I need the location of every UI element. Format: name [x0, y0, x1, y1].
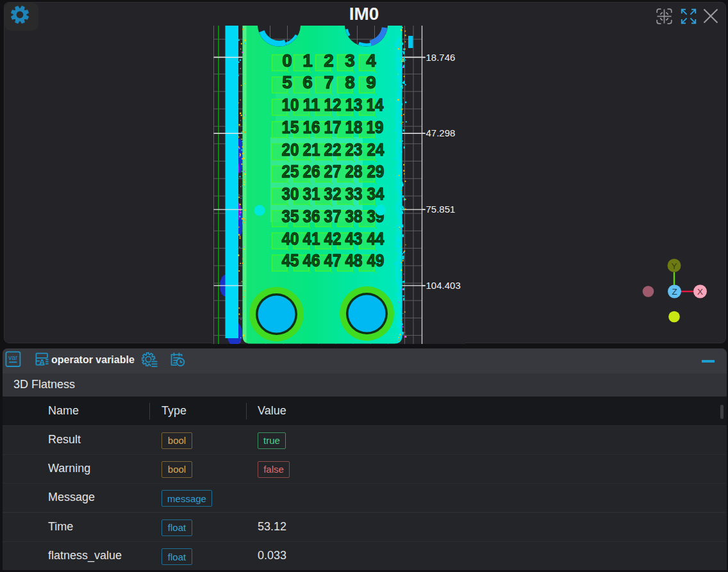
svg-text:8: 8	[345, 72, 355, 92]
svg-text:A: A	[39, 357, 46, 367]
svg-text:13: 13	[345, 95, 363, 115]
svg-text:22: 22	[324, 140, 342, 159]
svg-text:42: 42	[324, 229, 342, 249]
svg-text:1: 1	[302, 51, 313, 70]
svg-text:10: 10	[282, 95, 299, 115]
svg-text:0: 0	[282, 51, 292, 70]
svg-text:18.746: 18.746	[426, 52, 456, 63]
svg-text:11: 11	[303, 95, 320, 115]
svg-text:28: 28	[345, 161, 363, 181]
svg-text:49: 49	[367, 250, 385, 270]
svg-text:24: 24	[367, 140, 385, 159]
svg-text:37: 37	[324, 206, 342, 226]
svg-text:29: 29	[367, 161, 385, 181]
svg-text:48: 48	[345, 250, 363, 270]
svg-text:19: 19	[367, 117, 384, 137]
svg-text:21: 21	[303, 140, 320, 159]
svg-text:18: 18	[345, 117, 363, 137]
svg-text:25: 25	[282, 161, 299, 181]
svg-text:4: 4	[366, 51, 376, 70]
svg-text:41: 41	[303, 229, 320, 249]
svg-text:Y: Y	[671, 261, 677, 271]
svg-text:38: 38	[345, 206, 363, 226]
svg-text:14: 14	[367, 95, 384, 115]
svg-text:var: var	[8, 354, 18, 361]
svg-text:43: 43	[345, 229, 363, 249]
svg-text:Z: Z	[672, 287, 677, 297]
svg-text:12: 12	[324, 95, 342, 115]
svg-text:X: X	[697, 287, 703, 297]
svg-text:2: 2	[324, 51, 334, 70]
svg-text:40: 40	[282, 229, 299, 249]
svg-text:7: 7	[324, 72, 334, 92]
svg-text:75.851: 75.851	[426, 204, 456, 215]
svg-text:32: 32	[324, 184, 342, 204]
svg-text:3: 3	[345, 51, 355, 70]
svg-text:26: 26	[303, 161, 320, 181]
svg-text:6: 6	[302, 72, 313, 92]
svg-text:5: 5	[282, 72, 292, 92]
svg-text:36: 36	[303, 206, 320, 226]
svg-text:9: 9	[366, 72, 376, 92]
svg-text:34: 34	[367, 184, 385, 204]
svg-text:35: 35	[282, 206, 299, 226]
svg-text:45: 45	[282, 250, 299, 270]
svg-text:27: 27	[324, 161, 342, 181]
svg-text:47.298: 47.298	[426, 127, 456, 138]
svg-text:104.403: 104.403	[426, 280, 461, 291]
svg-text:30: 30	[282, 184, 299, 204]
svg-text:33: 33	[345, 184, 363, 204]
svg-text:31: 31	[303, 184, 320, 204]
svg-text:47: 47	[324, 250, 342, 270]
svg-text:44: 44	[367, 229, 385, 249]
svg-text:20: 20	[282, 140, 299, 159]
svg-text:16: 16	[303, 117, 320, 137]
svg-text:23: 23	[345, 140, 363, 159]
svg-text:17: 17	[324, 117, 342, 137]
svg-text:15: 15	[282, 117, 299, 137]
svg-text:46: 46	[303, 250, 320, 270]
